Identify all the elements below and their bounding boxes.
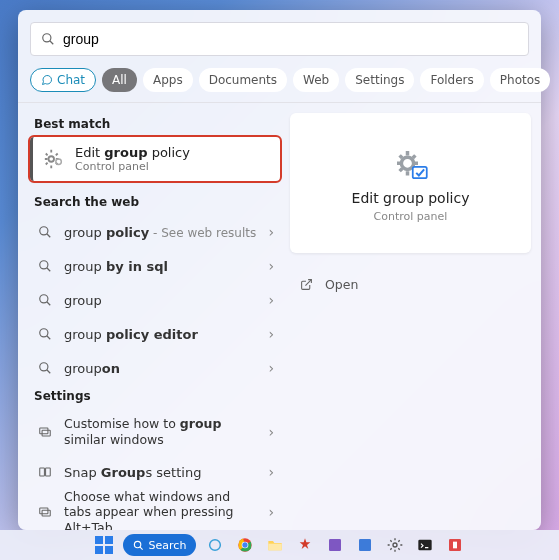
taskbar-search-label: Search [149, 539, 187, 552]
svg-line-29 [139, 546, 142, 549]
chevron-right-icon: › [268, 504, 274, 520]
svg-point-21 [401, 157, 413, 169]
section-best-match: Best match [24, 113, 286, 137]
window-group-icon [38, 425, 52, 439]
search-input[interactable] [63, 31, 518, 47]
svg-rect-19 [40, 508, 48, 514]
svg-line-1 [50, 41, 54, 45]
svg-rect-40 [419, 540, 432, 551]
chevron-right-icon: › [268, 464, 274, 480]
detail-column: Edit group policy Control panel Open [286, 103, 541, 530]
svg-rect-22 [412, 166, 426, 177]
chevron-right-icon: › [268, 424, 274, 440]
search-icon [38, 259, 52, 273]
search-icon [38, 327, 52, 341]
svg-point-5 [40, 227, 48, 235]
tab-apps[interactable]: Apps [143, 68, 193, 92]
detail-title: Edit group policy [352, 190, 470, 206]
settings-result[interactable]: Customise how to group similar windows › [24, 409, 286, 455]
detail-subtitle: Control panel [374, 210, 448, 223]
svg-rect-25 [105, 536, 113, 544]
gpedit-large-icon [390, 144, 432, 186]
svg-point-9 [40, 295, 48, 303]
tab-web[interactable]: Web [293, 68, 339, 92]
taskbar-settings-icon[interactable] [384, 534, 406, 556]
web-result[interactable]: group by in sql › [24, 249, 286, 283]
svg-point-4 [56, 159, 62, 165]
settings-result[interactable]: Snap Groups setting › [24, 455, 286, 489]
detail-card: Edit group policy Control panel [290, 113, 531, 253]
web-result[interactable]: groupon › [24, 351, 286, 385]
svg-point-30 [210, 540, 221, 551]
svg-line-8 [47, 268, 51, 272]
svg-line-10 [47, 302, 51, 306]
svg-point-7 [40, 261, 48, 269]
chevron-right-icon: › [268, 360, 274, 376]
search-icon [38, 361, 52, 375]
chat-tab-label: Chat [57, 73, 85, 87]
taskbar-explorer-icon[interactable] [264, 534, 286, 556]
tab-settings[interactable]: Settings [345, 68, 414, 92]
taskbar: Search [0, 530, 559, 560]
web-result[interactable]: group policy editor › [24, 317, 286, 351]
svg-rect-16 [42, 430, 50, 436]
svg-line-12 [47, 336, 51, 340]
results-column: Best match Edit group policy Control pan… [18, 103, 286, 530]
taskbar-search[interactable]: Search [123, 534, 197, 556]
search-icon [38, 225, 52, 239]
tab-photos[interactable]: Photos [490, 68, 550, 92]
svg-line-14 [47, 370, 51, 374]
best-match-result[interactable]: Edit group policy Control panel [30, 137, 280, 181]
svg-rect-27 [105, 546, 113, 554]
chat-tab[interactable]: Chat [30, 68, 96, 92]
open-label: Open [325, 277, 358, 292]
taskbar-app-icon[interactable] [354, 534, 376, 556]
svg-rect-17 [40, 468, 45, 476]
taskbar-app-icon[interactable] [294, 534, 316, 556]
settings-result[interactable]: Choose what windows and tabs appear when… [24, 489, 286, 530]
taskbar-chrome-icon[interactable] [234, 534, 256, 556]
open-action[interactable]: Open [290, 269, 531, 300]
svg-point-3 [49, 156, 55, 162]
alt-tab-icon [38, 505, 52, 519]
search-bar[interactable] [30, 22, 529, 56]
svg-point-39 [393, 543, 397, 547]
taskbar-app-icon[interactable] [324, 534, 346, 556]
search-flyout: Chat All Apps Documents Web Settings Fol… [18, 10, 541, 530]
section-settings: Settings [24, 385, 286, 409]
svg-rect-26 [95, 546, 103, 554]
tab-all[interactable]: All [102, 68, 137, 92]
tab-documents[interactable]: Documents [199, 68, 287, 92]
svg-line-6 [47, 234, 51, 238]
taskbar-terminal-icon[interactable] [414, 534, 436, 556]
svg-rect-42 [453, 542, 457, 549]
svg-rect-15 [40, 428, 48, 434]
chevron-right-icon: › [268, 258, 274, 274]
svg-rect-38 [359, 539, 371, 551]
open-icon [300, 278, 313, 291]
taskbar-cortana-icon[interactable] [204, 534, 226, 556]
chevron-right-icon: › [268, 224, 274, 240]
svg-rect-37 [329, 539, 341, 551]
svg-point-0 [43, 34, 51, 42]
svg-point-13 [40, 363, 48, 371]
svg-rect-20 [42, 510, 50, 516]
tab-folders[interactable]: Folders [420, 68, 483, 92]
svg-rect-24 [95, 536, 103, 544]
start-button[interactable] [93, 534, 115, 556]
filter-tabs: Chat All Apps Documents Web Settings Fol… [18, 64, 541, 103]
svg-rect-36 [269, 544, 282, 551]
svg-point-11 [40, 329, 48, 337]
taskbar-app-icon[interactable] [444, 534, 466, 556]
search-icon [41, 32, 55, 46]
web-result[interactable]: group policy - See web results › [24, 215, 286, 249]
web-result[interactable]: group › [24, 283, 286, 317]
chevron-right-icon: › [268, 292, 274, 308]
section-search-web: Search the web [24, 191, 286, 215]
search-icon [38, 293, 52, 307]
best-match-subtitle: Control panel [75, 160, 190, 173]
chevron-right-icon: › [268, 326, 274, 342]
svg-point-28 [134, 541, 140, 547]
svg-rect-18 [46, 468, 51, 476]
best-match-title: Edit group policy [75, 145, 190, 160]
